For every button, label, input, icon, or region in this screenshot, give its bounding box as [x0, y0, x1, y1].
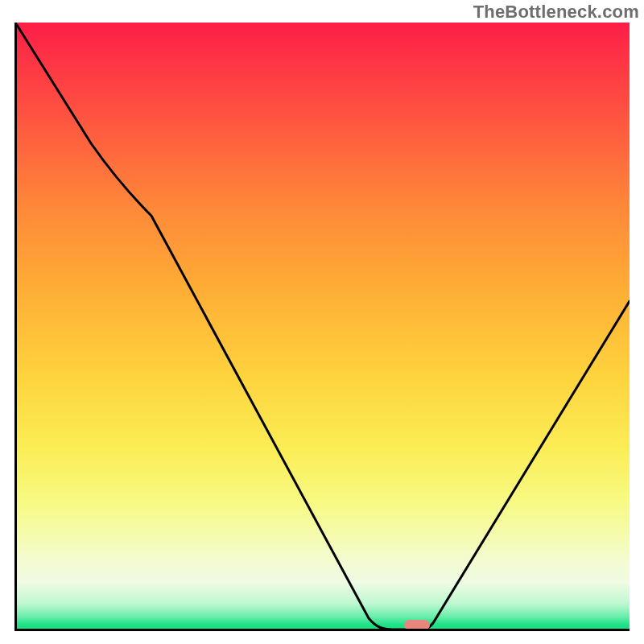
axis-y: [14, 23, 17, 631]
chart-stage: TheBottleneck.com: [0, 0, 644, 644]
bottleneck-curve: [14, 23, 630, 631]
plot-area: [14, 23, 630, 631]
axis-x: [14, 629, 630, 631]
curve-path: [17, 25, 630, 630]
watermark-text: TheBottleneck.com: [473, 2, 639, 23]
